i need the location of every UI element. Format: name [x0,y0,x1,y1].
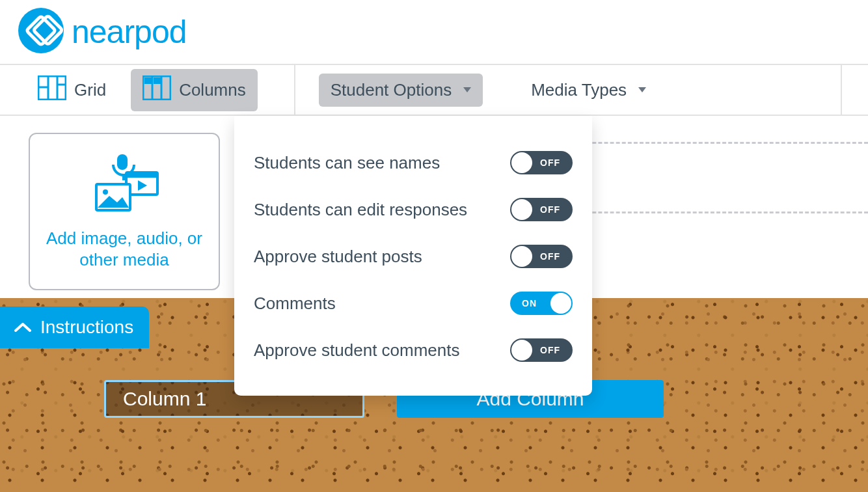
toggle-knob [511,246,532,267]
option-label: Students can see names [254,153,440,173]
grid-view-button[interactable]: Grid [26,69,118,111]
toggle-students-see-names[interactable]: OFF [510,151,573,174]
media-types-label: Media Types [531,80,627,100]
option-students-edit-responses: Students can edit responses OFF [254,186,573,233]
option-approve-student-comments: Approve student comments OFF [254,327,573,374]
columns-view-button[interactable]: Columns [131,69,258,111]
toggle-comments[interactable]: ON [510,292,573,315]
toolbar: Grid Columns Student Options Media Types [0,65,868,116]
student-options-label: Student Options [331,80,452,100]
svg-rect-9 [144,77,152,84]
grid-view-label: Grid [74,80,106,100]
toggle-knob [511,340,532,361]
app-header: nearpod [0,0,868,65]
grid-icon [38,75,66,105]
columns-icon [142,75,171,105]
toggle-state-label: OFF [540,251,560,262]
svg-rect-16 [126,172,157,178]
toggle-state-label: OFF [540,204,560,215]
student-options-dropdown: Students can see names OFF Students can … [234,116,592,396]
toolbar-divider [841,65,842,115]
add-media-label: Add image, audio, or other media [42,228,207,270]
svg-point-0 [18,8,64,53]
brand-name: nearpod [72,13,187,51]
svg-marker-17 [138,180,147,191]
option-approve-student-posts: Approve student posts OFF [254,233,573,280]
brand-logo: nearpod [18,8,187,56]
toggle-knob [511,199,532,220]
option-students-see-names: Students can see names OFF [254,139,573,186]
chevron-down-icon [638,87,646,92]
toggle-students-edit-responses[interactable]: OFF [510,198,573,221]
media-composite-icon [88,153,160,217]
chevron-down-icon [463,87,471,92]
instructions-label: Instructions [40,317,133,338]
toggle-state-label: OFF [540,157,560,168]
toggle-knob [511,152,532,173]
option-label: Comments [254,294,336,314]
toggle-approve-student-posts[interactable]: OFF [510,245,573,268]
svg-rect-10 [154,77,161,84]
media-types-dropdown-button[interactable]: Media Types [519,74,658,107]
add-media-card[interactable]: Add image, audio, or other media [29,133,220,290]
chevron-up-icon [14,317,31,338]
main-area: Add image, audio, or other media ic Inst… [0,116,868,492]
toggle-state-label: ON [522,298,537,308]
svg-point-19 [103,189,108,195]
toolbar-divider [294,65,295,115]
option-label: Approve student comments [254,340,460,361]
column-1-label: Column 1 [123,388,206,410]
option-label: Approve student posts [254,247,422,267]
student-options-dropdown-button[interactable]: Student Options [319,74,483,107]
columns-view-label: Columns [179,80,246,100]
instructions-toggle-button[interactable]: Instructions [0,307,149,348]
svg-rect-13 [117,154,128,170]
toggle-approve-student-comments[interactable]: OFF [510,338,573,362]
toggle-knob [550,293,571,314]
topic-input[interactable]: ic [569,142,868,213]
option-label: Students can edit responses [254,200,467,220]
toggle-state-label: OFF [540,345,560,355]
nearpod-logo-icon [18,8,64,56]
view-switch-group: Grid Columns [26,65,271,115]
option-comments: Comments ON [254,280,573,327]
